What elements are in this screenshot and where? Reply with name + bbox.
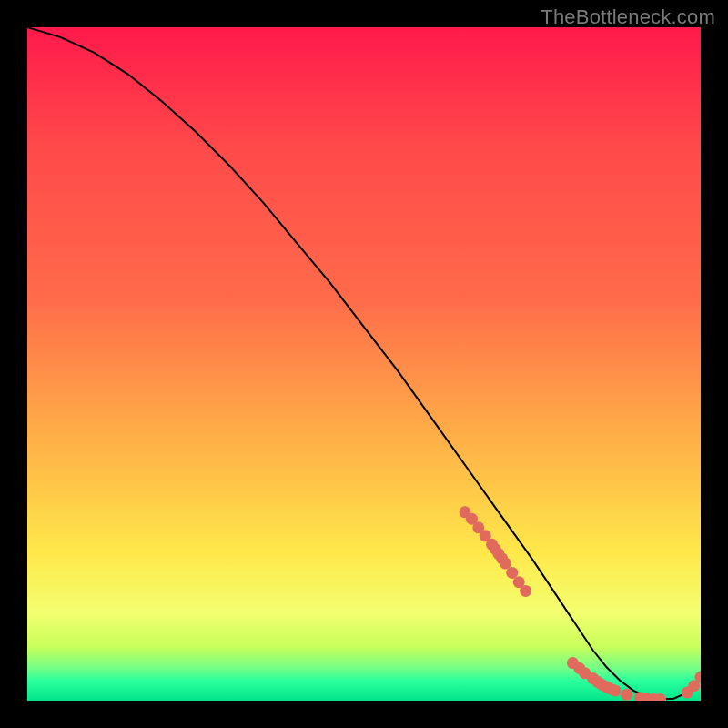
- data-dot: [610, 684, 622, 696]
- bottleneck-curve: [27, 27, 701, 700]
- chart-container: [27, 27, 701, 701]
- watermark-text: TheBottleneck.com: [541, 5, 715, 29]
- chart-curve-layer: [27, 27, 701, 701]
- data-dot: [621, 689, 632, 701]
- chart-plot-area: [27, 27, 701, 701]
- data-dots-group: [460, 506, 702, 701]
- data-dot: [520, 585, 531, 597]
